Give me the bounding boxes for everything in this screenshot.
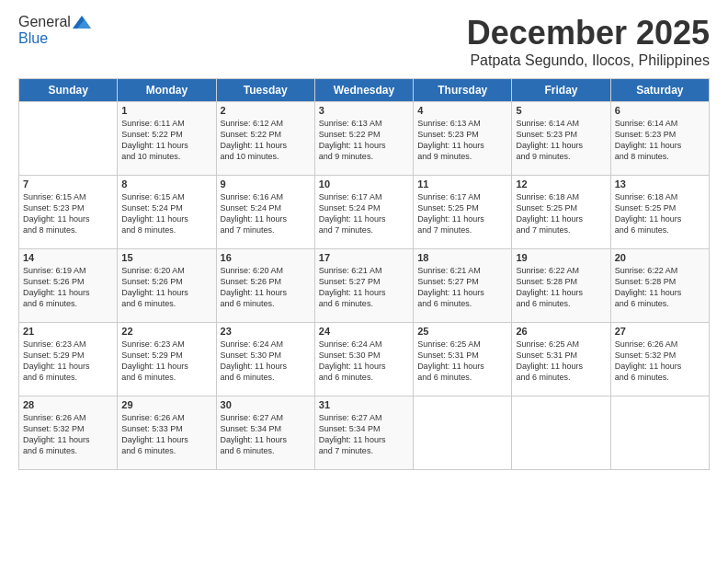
day-number: 11: [417, 178, 507, 190]
cell-week5-day5: [512, 396, 610, 470]
day-info: Sunrise: 6:15 AM Sunset: 5:23 PM Dayligh…: [23, 191, 113, 236]
cell-week3-day1: 15Sunrise: 6:20 AM Sunset: 5:26 PM Dayli…: [118, 249, 216, 323]
day-number: 1: [121, 105, 211, 116]
cell-week5-day0: 28Sunrise: 6:26 AM Sunset: 5:32 PM Dayli…: [19, 396, 118, 470]
cell-week3-day5: 19Sunrise: 6:22 AM Sunset: 5:28 PM Dayli…: [512, 249, 610, 323]
day-info: Sunrise: 6:24 AM Sunset: 5:30 PM Dayligh…: [221, 339, 311, 384]
day-number: 10: [319, 178, 409, 190]
day-info: Sunrise: 6:14 AM Sunset: 5:23 PM Dayligh…: [615, 118, 705, 163]
day-info: Sunrise: 6:20 AM Sunset: 5:26 PM Dayligh…: [221, 265, 311, 310]
week-row-5: 28Sunrise: 6:26 AM Sunset: 5:32 PM Dayli…: [19, 396, 710, 470]
day-number: 8: [121, 178, 211, 190]
cell-week3-day0: 14Sunrise: 6:19 AM Sunset: 5:26 PM Dayli…: [19, 249, 118, 323]
day-info: Sunrise: 6:22 AM Sunset: 5:28 PM Dayligh…: [615, 265, 705, 310]
header-wednesday: Wednesday: [314, 79, 413, 102]
day-number: 6: [615, 105, 705, 116]
day-info: Sunrise: 6:26 AM Sunset: 5:32 PM Dayligh…: [23, 412, 113, 457]
cell-week4-day5: 26Sunrise: 6:25 AM Sunset: 5:31 PM Dayli…: [512, 323, 610, 396]
weekday-header-row: Sunday Monday Tuesday Wednesday Thursday…: [19, 79, 710, 102]
calendar-body: 1Sunrise: 6:11 AM Sunset: 5:22 PM Daylig…: [19, 102, 710, 470]
header: General Blue December 2025 Patpata Segun…: [18, 14, 710, 69]
cell-week2-day1: 8Sunrise: 6:15 AM Sunset: 5:24 PM Daylig…: [118, 176, 216, 249]
day-number: 31: [319, 399, 409, 410]
day-number: 25: [417, 326, 507, 337]
day-info: Sunrise: 6:18 AM Sunset: 5:25 PM Dayligh…: [516, 191, 606, 236]
week-row-2: 7Sunrise: 6:15 AM Sunset: 5:23 PM Daylig…: [19, 176, 710, 249]
cell-week3-day6: 20Sunrise: 6:22 AM Sunset: 5:28 PM Dayli…: [610, 249, 709, 323]
day-number: 20: [615, 252, 705, 263]
cell-week1-day3: 3Sunrise: 6:13 AM Sunset: 5:22 PM Daylig…: [314, 102, 413, 176]
day-number: 7: [23, 178, 113, 190]
header-saturday: Saturday: [610, 79, 709, 102]
day-info: Sunrise: 6:12 AM Sunset: 5:22 PM Dayligh…: [221, 118, 311, 163]
cell-week5-day4: [414, 396, 512, 470]
day-info: Sunrise: 6:22 AM Sunset: 5:28 PM Dayligh…: [516, 265, 606, 310]
day-info: Sunrise: 6:17 AM Sunset: 5:25 PM Dayligh…: [417, 191, 507, 236]
cell-week4-day3: 24Sunrise: 6:24 AM Sunset: 5:30 PM Dayli…: [314, 323, 413, 396]
header-tuesday: Tuesday: [216, 79, 314, 102]
day-number: 21: [23, 326, 113, 337]
day-info: Sunrise: 6:13 AM Sunset: 5:22 PM Dayligh…: [319, 118, 409, 163]
cell-week5-day3: 31Sunrise: 6:27 AM Sunset: 5:34 PM Dayli…: [314, 396, 413, 470]
cell-week3-day3: 17Sunrise: 6:21 AM Sunset: 5:27 PM Dayli…: [314, 249, 413, 323]
cell-week4-day2: 23Sunrise: 6:24 AM Sunset: 5:30 PM Dayli…: [216, 323, 314, 396]
day-info: Sunrise: 6:27 AM Sunset: 5:34 PM Dayligh…: [221, 412, 311, 457]
day-number: 23: [221, 326, 311, 337]
day-number: 29: [121, 399, 211, 410]
cell-week4-day0: 21Sunrise: 6:23 AM Sunset: 5:29 PM Dayli…: [19, 323, 118, 396]
cell-week2-day3: 10Sunrise: 6:17 AM Sunset: 5:24 PM Dayli…: [314, 176, 413, 249]
logo: General Blue: [18, 14, 91, 47]
day-info: Sunrise: 6:15 AM Sunset: 5:24 PM Dayligh…: [121, 191, 211, 236]
cell-week1-day2: 2Sunrise: 6:12 AM Sunset: 5:22 PM Daylig…: [216, 102, 314, 176]
calendar-table: Sunday Monday Tuesday Wednesday Thursday…: [18, 78, 710, 470]
day-info: Sunrise: 6:17 AM Sunset: 5:24 PM Dayligh…: [319, 191, 409, 236]
cell-week4-day1: 22Sunrise: 6:23 AM Sunset: 5:29 PM Dayli…: [118, 323, 216, 396]
calendar-header: Sunday Monday Tuesday Wednesday Thursday…: [19, 79, 710, 102]
day-number: 5: [516, 105, 606, 116]
main-title: December 2025: [467, 14, 710, 52]
day-info: Sunrise: 6:23 AM Sunset: 5:29 PM Dayligh…: [121, 339, 211, 384]
cell-week5-day6: [610, 396, 709, 470]
day-number: 18: [417, 252, 507, 263]
day-info: Sunrise: 6:27 AM Sunset: 5:34 PM Dayligh…: [319, 412, 409, 457]
week-row-4: 21Sunrise: 6:23 AM Sunset: 5:29 PM Dayli…: [19, 323, 710, 396]
day-number: 19: [516, 252, 606, 263]
cell-week2-day2: 9Sunrise: 6:16 AM Sunset: 5:24 PM Daylig…: [216, 176, 314, 249]
subtitle: Patpata Segundo, Ilocos, Philippines: [467, 52, 710, 69]
day-info: Sunrise: 6:26 AM Sunset: 5:32 PM Dayligh…: [615, 339, 705, 384]
day-number: 22: [121, 326, 211, 337]
day-info: Sunrise: 6:24 AM Sunset: 5:30 PM Dayligh…: [319, 339, 409, 384]
day-number: 24: [319, 326, 409, 337]
day-info: Sunrise: 6:26 AM Sunset: 5:33 PM Dayligh…: [121, 412, 211, 457]
cell-week2-day6: 13Sunrise: 6:18 AM Sunset: 5:25 PM Dayli…: [610, 176, 709, 249]
day-info: Sunrise: 6:16 AM Sunset: 5:24 PM Dayligh…: [221, 191, 311, 236]
logo-icon: [73, 16, 91, 29]
day-info: Sunrise: 6:20 AM Sunset: 5:26 PM Dayligh…: [121, 265, 211, 310]
day-number: 15: [121, 252, 211, 263]
day-info: Sunrise: 6:11 AM Sunset: 5:22 PM Dayligh…: [121, 118, 211, 163]
day-number: 30: [221, 399, 311, 410]
cell-week3-day4: 18Sunrise: 6:21 AM Sunset: 5:27 PM Dayli…: [414, 249, 512, 323]
cell-week2-day4: 11Sunrise: 6:17 AM Sunset: 5:25 PM Dayli…: [414, 176, 512, 249]
day-number: 17: [319, 252, 409, 263]
cell-week3-day2: 16Sunrise: 6:20 AM Sunset: 5:26 PM Dayli…: [216, 249, 314, 323]
day-info: Sunrise: 6:25 AM Sunset: 5:31 PM Dayligh…: [516, 339, 606, 384]
day-number: 2: [221, 105, 311, 116]
logo-blue-text: Blue: [18, 30, 48, 47]
cell-week1-day1: 1Sunrise: 6:11 AM Sunset: 5:22 PM Daylig…: [118, 102, 216, 176]
day-info: Sunrise: 6:19 AM Sunset: 5:26 PM Dayligh…: [23, 265, 113, 310]
cell-week5-day1: 29Sunrise: 6:26 AM Sunset: 5:33 PM Dayli…: [118, 396, 216, 470]
day-number: 13: [615, 178, 705, 190]
day-number: 16: [221, 252, 311, 263]
day-info: Sunrise: 6:21 AM Sunset: 5:27 PM Dayligh…: [319, 265, 409, 310]
cell-week4-day4: 25Sunrise: 6:25 AM Sunset: 5:31 PM Dayli…: [414, 323, 512, 396]
cell-week1-day0: [19, 102, 118, 176]
header-friday: Friday: [512, 79, 610, 102]
week-row-1: 1Sunrise: 6:11 AM Sunset: 5:22 PM Daylig…: [19, 102, 710, 176]
day-number: 4: [417, 105, 507, 116]
day-info: Sunrise: 6:25 AM Sunset: 5:31 PM Dayligh…: [417, 339, 507, 384]
cell-week5-day2: 30Sunrise: 6:27 AM Sunset: 5:34 PM Dayli…: [216, 396, 314, 470]
day-number: 26: [516, 326, 606, 337]
day-number: 14: [23, 252, 113, 263]
header-monday: Monday: [118, 79, 216, 102]
